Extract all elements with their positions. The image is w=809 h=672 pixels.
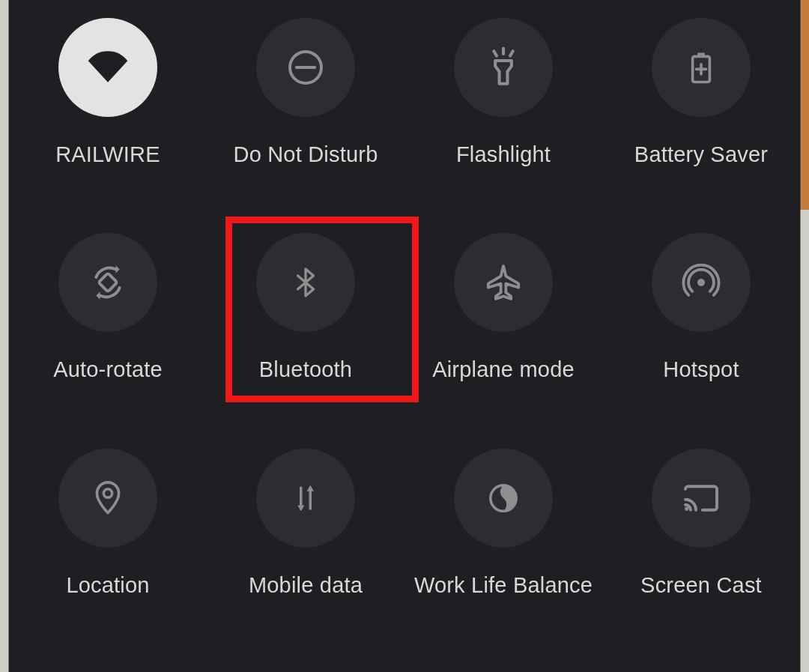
svg-marker-17 — [307, 485, 314, 491]
tile-screen-cast[interactable]: Screen Cast — [602, 431, 800, 646]
tile-label: Mobile data — [249, 573, 363, 598]
tile-hotspot[interactable]: Hotspot — [602, 215, 800, 430]
tile-label: Auto-rotate — [53, 357, 163, 382]
tile-label: Location — [66, 573, 149, 598]
tile-flashlight[interactable]: Flashlight — [404, 0, 602, 215]
tile-label: Battery Saver — [634, 142, 768, 167]
airplane-icon — [454, 233, 553, 332]
tile-wifi[interactable]: RAILWIRE — [9, 0, 207, 215]
svg-point-13 — [103, 488, 112, 497]
tile-label: Flashlight — [456, 142, 551, 167]
svg-point-19 — [685, 506, 688, 510]
location-pin-icon — [58, 449, 157, 548]
hotspot-icon — [652, 233, 751, 332]
svg-marker-11 — [96, 292, 100, 300]
tile-label: Screen Cast — [640, 573, 762, 598]
tile-label: Hotspot — [663, 357, 739, 382]
work-life-balance-icon — [454, 449, 553, 548]
dnd-icon — [256, 18, 355, 117]
quick-settings-panel: RAILWIRE Do Not Disturb — [9, 0, 800, 672]
tile-airplane-mode[interactable]: Airplane mode — [404, 215, 602, 430]
svg-line-3 — [494, 51, 497, 55]
tile-label: RAILWIRE — [55, 142, 160, 167]
tile-dnd[interactable]: Do Not Disturb — [207, 0, 404, 215]
svg-rect-9 — [99, 273, 118, 292]
wifi-icon — [58, 18, 157, 117]
tile-location[interactable]: Location — [9, 431, 207, 646]
svg-rect-6 — [697, 53, 705, 57]
tile-label: Work Life Balance — [414, 573, 593, 598]
svg-line-4 — [510, 51, 513, 55]
flashlight-icon — [454, 18, 553, 117]
tile-label: Bluetooth — [259, 357, 352, 382]
tile-label: Airplane mode — [432, 357, 575, 382]
screen-cast-icon — [652, 449, 751, 548]
tile-work-life[interactable]: Work Life Balance — [404, 431, 602, 646]
tile-mobile-data[interactable]: Mobile data — [207, 431, 404, 646]
tile-bluetooth[interactable]: Bluetooth — [207, 215, 404, 430]
svg-marker-15 — [297, 505, 304, 511]
battery-saver-icon — [652, 18, 751, 117]
svg-point-12 — [697, 279, 705, 286]
tile-auto-rotate[interactable]: Auto-rotate — [9, 215, 207, 430]
bluetooth-icon — [256, 233, 355, 332]
svg-marker-10 — [116, 266, 120, 274]
quick-settings-grid: RAILWIRE Do Not Disturb — [9, 0, 800, 646]
mobile-data-icon — [256, 449, 355, 548]
auto-rotate-icon — [58, 233, 157, 332]
tile-label: Do Not Disturb — [234, 142, 378, 167]
tile-battery-saver[interactable]: Battery Saver — [602, 0, 800, 215]
